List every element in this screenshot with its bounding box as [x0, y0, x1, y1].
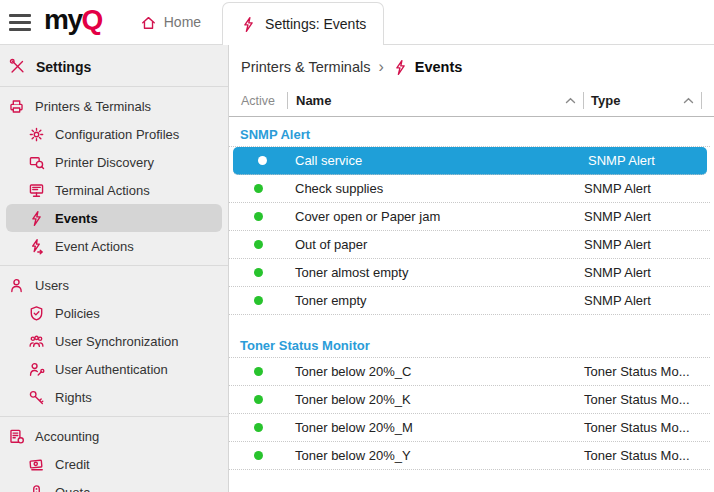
sidebar-item-label: Accounting	[35, 429, 99, 444]
active-cell	[229, 296, 287, 305]
table-header: Active Name Type	[229, 85, 714, 117]
table-row-call-service[interactable]: Call serviceSNMP Alert	[233, 147, 707, 175]
sidebar-item-events[interactable]: Events	[6, 204, 222, 232]
top-bar: myQ Home Settings: Events	[0, 0, 714, 45]
event-type: SNMP Alert	[577, 237, 710, 252]
sidebar-item-credit[interactable]: Credit	[6, 450, 222, 478]
sidebar-item-terminal-actions[interactable]: Terminal Actions	[6, 176, 222, 204]
sidebar-item-rights[interactable]: Rights	[6, 383, 222, 411]
active-status-dot	[254, 451, 263, 460]
event-type: Toner Status Mo...	[577, 448, 710, 463]
breadcrumb-separator: ›	[378, 58, 383, 76]
table-row-toner-below-20-m[interactable]: Toner below 20%_MToner Status Mo...	[229, 414, 710, 442]
accounting-icon	[8, 428, 25, 445]
quota-icon	[28, 484, 45, 492]
terminal-icon	[28, 182, 45, 199]
event-type: SNMP Alert	[577, 209, 710, 224]
home-icon	[140, 14, 157, 31]
column-header-type[interactable]: Type	[584, 93, 701, 108]
event-name: Call service	[291, 153, 581, 168]
sidebar-item-label: Quota	[55, 485, 90, 492]
lightning-icon	[392, 59, 409, 76]
shield-check-icon	[28, 305, 45, 322]
event-name: Toner below 20%_M	[287, 420, 577, 435]
chevron-up-icon[interactable]	[565, 97, 576, 104]
event-group: Toner Status MonitorToner below 20%_CTon…	[229, 334, 714, 470]
tab-settings-events[interactable]: Settings: Events	[222, 2, 384, 45]
active-cell	[233, 156, 291, 165]
sidebar-item-label: Users	[35, 278, 69, 293]
sidebar-item-label: Credit	[55, 457, 90, 472]
sidebar-item-printer-discovery[interactable]: Printer Discovery	[6, 148, 222, 176]
lightning-icon	[240, 16, 257, 33]
table-row-cover-open-or-paper-jam[interactable]: Cover open or Paper jamSNMP Alert	[229, 203, 710, 231]
hamburger-menu-icon[interactable]	[9, 14, 31, 31]
breadcrumb: Printers & Terminals › Events	[229, 45, 714, 85]
sidebar-item-user-authentication[interactable]: User Authentication	[6, 355, 222, 383]
tab-home[interactable]: Home	[132, 0, 209, 44]
chevron-up-icon[interactable]	[683, 97, 694, 104]
sidebar-item-label: Events	[55, 211, 98, 226]
settings-sidebar: Settings Printers & TerminalsConfigurati…	[0, 45, 229, 492]
active-status-dot	[254, 423, 263, 432]
table-row-toner-below-20-c[interactable]: Toner below 20%_CToner Status Mo...	[229, 358, 710, 386]
event-type: SNMP Alert	[577, 265, 710, 280]
column-header-name[interactable]: Name	[288, 93, 583, 108]
sidebar-header-label: Settings	[36, 59, 91, 75]
event-name: Toner below 20%_K	[287, 392, 577, 407]
event-name: Out of paper	[287, 237, 577, 252]
table-body: SNMP AlertCall serviceSNMP AlertCheck su…	[229, 117, 714, 470]
table-row-toner-almost-empty[interactable]: Toner almost emptySNMP Alert	[229, 259, 710, 287]
table-row-toner-empty[interactable]: Toner emptySNMP Alert	[229, 287, 710, 315]
table-row-out-of-paper[interactable]: Out of paperSNMP Alert	[229, 231, 710, 259]
sidebar-item-policies[interactable]: Policies	[6, 299, 222, 327]
active-status-dot	[254, 184, 263, 193]
event-type: Toner Status Mo...	[577, 392, 710, 407]
sidebar-item-label: Policies	[55, 306, 100, 321]
active-status-dot	[254, 296, 263, 305]
active-status-dot	[254, 367, 263, 376]
sidebar-item-user-synchronization[interactable]: User Synchronization	[6, 327, 222, 355]
sidebar-item-event-actions[interactable]: Event Actions	[6, 232, 222, 260]
sidebar-item-quota[interactable]: Quota	[6, 478, 222, 492]
sidebar-item-label: Printer Discovery	[55, 155, 154, 170]
sidebar-divider	[0, 265, 228, 266]
table-row-toner-below-20-k[interactable]: Toner below 20%_KToner Status Mo...	[229, 386, 710, 414]
main-content: Printers & Terminals › Events Active Nam…	[229, 45, 714, 492]
active-cell	[229, 395, 287, 404]
printer-search-icon	[28, 154, 45, 171]
sidebar-divider	[0, 86, 228, 87]
printer-icon	[8, 98, 25, 115]
sidebar-item-label: Configuration Profiles	[55, 127, 179, 142]
table-row-toner-below-20-y[interactable]: Toner below 20%_YToner Status Mo...	[229, 442, 710, 470]
column-divider	[701, 92, 702, 109]
sidebar-item-label: Rights	[55, 390, 92, 405]
event-name: Toner below 20%_C	[287, 364, 577, 379]
user-auth-icon	[28, 361, 45, 378]
page-title: Events	[415, 59, 463, 75]
active-status-dot	[254, 240, 263, 249]
event-group: SNMP AlertCall serviceSNMP AlertCheck su…	[229, 123, 714, 315]
group-header-toner-status-monitor[interactable]: Toner Status Monitor	[229, 334, 710, 358]
sidebar-item-printers-terminals[interactable]: Printers & Terminals	[6, 92, 222, 120]
table-row-check-supplies[interactable]: Check suppliesSNMP Alert	[229, 175, 710, 203]
users-sync-icon	[28, 333, 45, 350]
lightning-arrow-icon	[28, 238, 45, 255]
sidebar-item-users[interactable]: Users	[6, 271, 222, 299]
sidebar-item-label: Printers & Terminals	[35, 99, 151, 114]
sidebar-header-settings: Settings	[0, 52, 228, 81]
active-cell	[229, 268, 287, 277]
breadcrumb-current: Events	[392, 59, 463, 76]
event-type: SNMP Alert	[577, 181, 710, 196]
active-cell	[229, 451, 287, 460]
breadcrumb-parent[interactable]: Printers & Terminals	[241, 59, 370, 75]
gear-icon	[28, 126, 45, 143]
sidebar-item-accounting[interactable]: Accounting	[6, 422, 222, 450]
group-header-snmp-alert[interactable]: SNMP Alert	[229, 123, 710, 147]
sidebar-item-configuration-profiles[interactable]: Configuration Profiles	[6, 120, 222, 148]
active-cell	[229, 240, 287, 249]
sidebar-nav: Printers & TerminalsConfiguration Profil…	[0, 92, 228, 492]
active-status-dot	[254, 268, 263, 277]
event-name: Toner below 20%_Y	[287, 448, 577, 463]
sidebar-item-label: Event Actions	[55, 239, 134, 254]
